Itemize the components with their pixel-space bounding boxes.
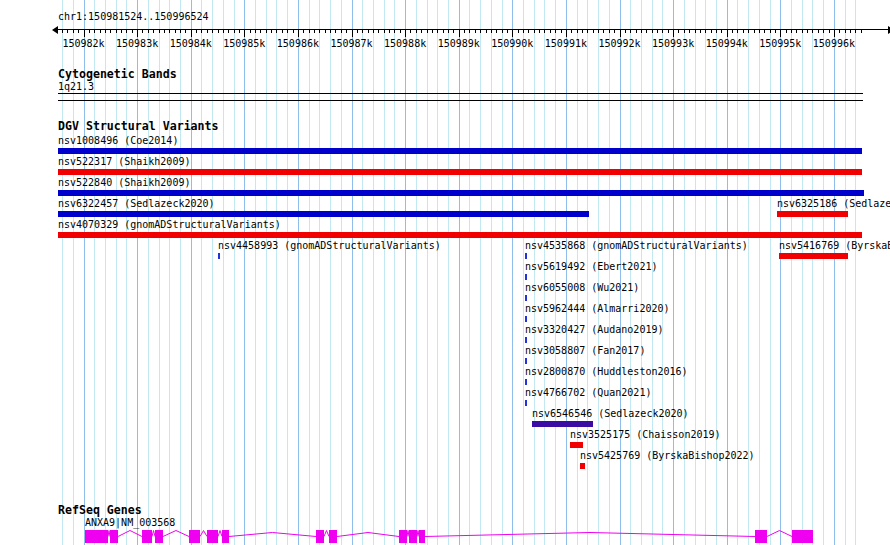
gene-exon[interactable] [85, 530, 108, 543]
gene-exon[interactable] [110, 530, 118, 543]
gene-exon[interactable] [207, 530, 218, 543]
gene-exon[interactable] [399, 530, 407, 543]
gene-exon[interactable] [316, 530, 324, 543]
gene-exon[interactable] [792, 530, 813, 543]
gene-exon[interactable] [222, 530, 229, 543]
genome-browser-panel: chr1:150981524..150996524 150982k150983k… [0, 0, 890, 545]
gene-exon[interactable] [329, 530, 337, 543]
refseq-gene-glyph [0, 0, 890, 545]
gene-exon[interactable] [409, 530, 417, 543]
gene-exon[interactable] [419, 530, 425, 543]
gene-exon[interactable] [142, 530, 152, 543]
gene-exon[interactable] [189, 530, 200, 543]
gene-exon[interactable] [755, 530, 767, 543]
gene-exon[interactable] [155, 530, 163, 543]
